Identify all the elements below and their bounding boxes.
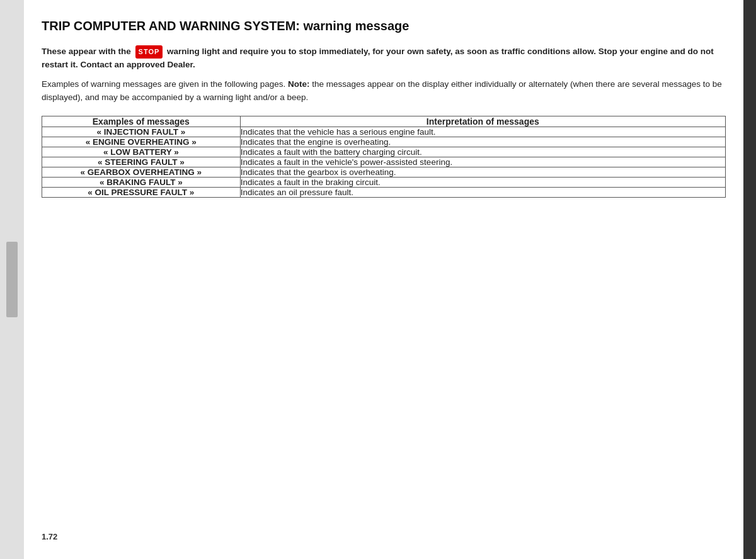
right-sidebar [743,0,756,559]
table-row: « ENGINE OVERHEATING »Indicates that the… [42,137,726,147]
interpretation-cell-5: Indicates a fault in the braking circuit… [240,177,725,187]
page-footer: 1.72 [42,532,726,541]
intro-paragraph: These appear with the STOP warning light… [42,45,726,72]
sidebar-bar [6,242,18,317]
intro-note-bold: Note: [288,79,310,89]
col-interpretation-header: Interpretation of messages [240,116,725,127]
interpretation-cell-3: Indicates a fault in the vehicle's power… [240,157,725,167]
stop-badge: STOP [135,45,163,59]
table-row: « INJECTION FAULT »Indicates that the ve… [42,127,726,137]
message-cell-6: « OIL PRESSURE FAULT » [42,187,241,197]
intro-note: Examples of warning messages are given i… [42,78,726,104]
table-row: « STEERING FAULT »Indicates a fault in t… [42,157,726,167]
col-examples-header: Examples of messages [42,116,241,127]
message-cell-1: « ENGINE OVERHEATING » [42,137,241,147]
content-area: TRIP COMPUTER AND WARNING SYSTEM: warnin… [24,0,756,559]
message-cell-2: « LOW BATTERY » [42,147,241,157]
left-sidebar [0,0,24,559]
table-row: « LOW BATTERY »Indicates a fault with th… [42,147,726,157]
interpretation-cell-4: Indicates that the gearbox is overheatin… [240,167,725,177]
message-cell-4: « GEARBOX OVERHEATING » [42,167,241,177]
table-row: « GEARBOX OVERHEATING »Indicates that th… [42,167,726,177]
warning-table: Examples of messages Interpretation of m… [42,116,726,198]
table-header-row: Examples of messages Interpretation of m… [42,116,726,127]
page-number: 1.72 [42,532,57,541]
interpretation-cell-0: Indicates that the vehicle has a serious… [240,127,725,137]
message-cell-5: « BRAKING FAULT » [42,177,241,187]
interpretation-cell-1: Indicates that the engine is overheating… [240,137,725,147]
message-cell-3: « STEERING FAULT » [42,157,241,167]
table-body: « INJECTION FAULT »Indicates that the ve… [42,127,726,197]
table-row: « BRAKING FAULT »Indicates a fault in th… [42,177,726,187]
intro-bold-start: These appear with the [42,47,131,56]
interpretation-cell-2: Indicates a fault with the battery charg… [240,147,725,157]
interpretation-cell-6: Indicates an oil pressure fault. [240,187,725,197]
table-row: « OIL PRESSURE FAULT »Indicates an oil p… [42,187,726,197]
message-cell-0: « INJECTION FAULT » [42,127,241,137]
page-container: TRIP COMPUTER AND WARNING SYSTEM: warnin… [0,0,756,559]
page-title: TRIP COMPUTER AND WARNING SYSTEM: warnin… [42,18,726,34]
intro-note-pre: Examples of warning messages are given i… [42,79,285,89]
